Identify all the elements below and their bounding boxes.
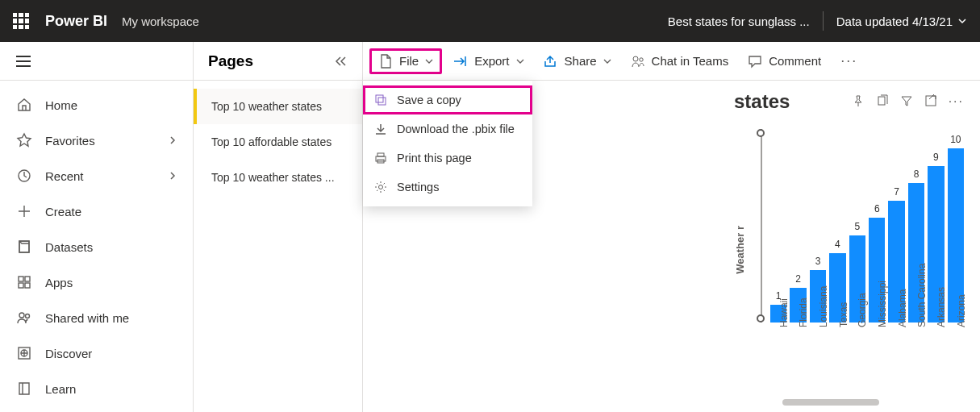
plus-icon (16, 203, 32, 219)
export-button[interactable]: Export (445, 49, 532, 73)
page-item[interactable]: Top 10 weather states (194, 89, 362, 124)
workspace-label[interactable]: My workspace (122, 15, 199, 28)
share-label: Share (565, 54, 597, 68)
bar-category-label: Louisiana (818, 286, 829, 327)
copy-icon[interactable] (876, 94, 889, 107)
export-label: Export (474, 54, 509, 68)
nav-label: Home (45, 98, 77, 112)
nav-item-create[interactable]: Create (0, 194, 193, 229)
nav-item-apps[interactable]: Apps (0, 264, 193, 300)
share-icon (544, 54, 558, 69)
file-label: File (399, 54, 419, 68)
page-item[interactable]: Top 10 weather states ... (194, 160, 362, 195)
svg-rect-18 (878, 97, 885, 105)
nav-item-learn[interactable]: Learn (0, 371, 193, 406)
svg-point-7 (26, 314, 30, 318)
star-icon (16, 132, 32, 148)
bar-category-label: Georgia (857, 293, 869, 327)
export-icon (453, 54, 468, 69)
file-button[interactable]: File (369, 48, 442, 74)
brand-label: Power BI (45, 13, 107, 30)
report-title: Best states for sunglass ... (668, 15, 810, 28)
print-page-item[interactable]: Print this page (363, 144, 532, 173)
svg-point-11 (639, 57, 642, 60)
svg-rect-12 (376, 95, 383, 102)
bar-value-label: 3 (815, 256, 821, 267)
collapse-pages-icon[interactable] (333, 54, 348, 69)
nav-item-recent[interactable]: Recent (0, 158, 193, 194)
bars-area: 1Hawaii2Florida3Louisiana4Texas5Georgia6… (770, 129, 964, 371)
bar-value-label: 8 (914, 169, 920, 180)
share-button[interactable]: Share (536, 49, 619, 73)
settings-item[interactable]: Settings (363, 173, 532, 202)
svg-rect-5 (25, 283, 30, 288)
gear-icon (374, 181, 387, 194)
filter-icon[interactable] (900, 94, 913, 107)
svg-point-6 (19, 313, 24, 318)
download-pbix-item[interactable]: Download the .pbix file (363, 114, 532, 144)
nav-item-home[interactable]: Home (0, 87, 193, 123)
y-axis (751, 129, 770, 371)
download-icon (374, 123, 387, 135)
bar-col: 3Louisiana (810, 256, 826, 323)
app-launcher-icon[interactable] (13, 13, 29, 29)
focus-icon[interactable] (924, 94, 937, 107)
nav-item-favorites[interactable]: Favorites (0, 123, 193, 158)
data-updated-label: Data updated 4/13/21 (836, 15, 953, 28)
compass-icon (16, 345, 32, 361)
nav-label: Datasets (45, 240, 93, 254)
more-options-button[interactable]: ··· (832, 48, 865, 74)
bar-value-label: 2 (795, 273, 801, 285)
bar-category-label: South Carolina (916, 264, 928, 327)
teams-icon (631, 54, 645, 69)
file-dropdown: Save a copy Download the .pbix file Prin… (363, 81, 532, 206)
bar-category-label: Florida (799, 298, 810, 327)
svg-point-17 (379, 185, 383, 189)
download-label: Download the .pbix file (397, 123, 515, 135)
bar-category-label: Texas (837, 302, 849, 327)
nav-item-datasets[interactable]: Datasets (0, 229, 193, 264)
nav-item-discover[interactable]: Discover (0, 335, 193, 371)
report-toolbar: File Export Share Chat in Teams Comment (363, 42, 980, 81)
bar-value-label: 4 (835, 239, 840, 250)
save-copy-label: Save a copy (397, 94, 461, 106)
pin-icon[interactable] (852, 94, 865, 107)
bar-col: 5Georgia (849, 221, 865, 323)
bar-col: 7Alabama (888, 186, 904, 323)
y-axis-label: Weather r (734, 226, 746, 274)
save-copy-item[interactable]: Save a copy (363, 85, 532, 114)
horizontal-scrollbar[interactable] (782, 399, 879, 406)
bar-col: 4Texas (829, 239, 845, 323)
bar-col: 9Arkansas (928, 152, 944, 323)
bar-col: 10Arizona (948, 134, 964, 323)
save-copy-icon (374, 94, 387, 106)
nav-label: Shared with me (45, 311, 129, 325)
comment-button[interactable]: Comment (740, 49, 829, 73)
bar-value-label: 9 (933, 152, 939, 163)
home-icon (16, 97, 32, 113)
svg-rect-14 (377, 153, 384, 156)
report-area: File Export Share Chat in Teams Comment (363, 42, 980, 412)
nav-toggle-button[interactable] (16, 56, 31, 67)
page-item[interactable]: Top 10 affordable states (194, 124, 362, 160)
chart-title: states (734, 90, 790, 113)
nav-item-shared-with-me[interactable]: Shared with me (0, 300, 193, 335)
chevron-down-icon (425, 57, 433, 65)
chevron-right-icon (169, 172, 177, 180)
more-icon[interactable]: ··· (949, 94, 964, 109)
data-updated-button[interactable]: Data updated 4/13/21 (836, 15, 967, 28)
chevron-right-icon (169, 136, 177, 144)
file-icon (378, 54, 393, 69)
chevron-down-icon (516, 57, 524, 65)
svg-rect-2 (19, 277, 23, 281)
bar-value-label: 10 (950, 134, 961, 145)
comment-label: Comment (769, 54, 821, 68)
pages-title: Pages (208, 52, 253, 70)
bar-col: 6Mississippi (869, 203, 885, 323)
chat-teams-button[interactable]: Chat in Teams (623, 49, 737, 73)
bar-category-label: Alabama (897, 289, 908, 327)
svg-rect-4 (19, 283, 23, 288)
people-icon (16, 310, 32, 326)
nav-label: Favorites (45, 134, 95, 148)
bar-col: 1Hawaii (770, 290, 786, 323)
